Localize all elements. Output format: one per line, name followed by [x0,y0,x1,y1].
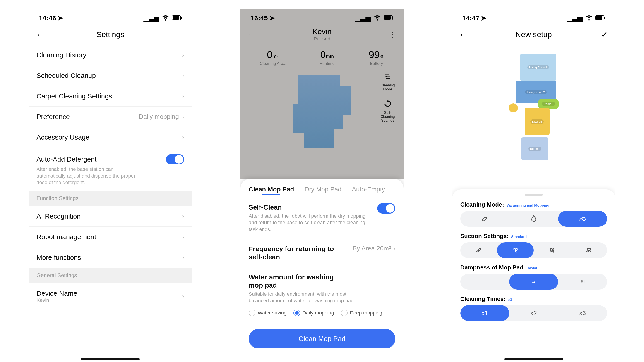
suction-standard[interactable] [497,242,534,258]
radio-icon [294,310,300,316]
row-more-functions[interactable]: More functions › [29,247,192,268]
selfclean-row: Self-Clean After disabled, the robot wil… [249,197,395,239]
location-icon: ➤ [269,14,275,22]
damp-low[interactable]: — [460,274,509,290]
row-cleaning-history[interactable]: Cleaning History › [29,44,192,65]
mode-vacuum-only[interactable] [460,211,509,227]
label: Accessory Usage [36,133,89,141]
tab-clean-mop[interactable]: Clean Mop Pad [249,186,294,193]
suction-quiet[interactable] [460,242,497,258]
wave1-icon: — [482,278,488,286]
selfclean-sheet-screen: 16:45 ➤ ▁▃▅ ← Kevin Paused ⋮ 0m² Cleanin… [240,9,404,362]
vacuum-drop-icon [578,215,587,223]
cleaning-mode-button[interactable]: Cleaning Mode [378,71,397,91]
sheet-handle[interactable] [525,194,543,196]
map-area[interactable]: Cleaning Mode Self-Cleaning Settings [240,68,404,179]
row-carpet-settings[interactable]: Carpet Cleaning Settings › [29,86,192,106]
label: Robot management [36,233,96,241]
room-room3[interactable]: Room3 [521,137,548,160]
svg-rect-5 [393,17,393,19]
fan3-icon [548,246,556,254]
row-accessory-usage[interactable]: Accessory Usage › [29,127,192,147]
water-desc: Suitable for daily environment, with the… [249,291,366,304]
water-title: Water amount for washing mop pad [249,273,346,289]
back-button[interactable]: ← [459,29,468,39]
frequency-row[interactable]: Frequency for returning to self-clean By… [249,239,395,267]
label: AI Recognition [36,212,80,220]
times-x1[interactable]: x1 [460,305,509,321]
label: Auto-Add Detergent [36,155,96,163]
drop-icon [530,215,538,223]
suction-strong[interactable] [534,242,570,258]
row-preference[interactable]: Preference Daily mopping › [29,106,192,127]
confirm-button[interactable]: ✓ [601,29,608,39]
times-block: Cleaning Times: ×1 x1 x2 x3 [460,296,607,321]
location-icon: ➤ [58,14,63,22]
selfclean-title: Self-Clean [249,203,346,211]
chevron-right-icon: › [182,51,184,59]
back-button[interactable]: ← [247,29,256,39]
times-x2[interactable]: x2 [509,305,558,321]
damp-moist[interactable]: ≈ [509,274,558,290]
detergent-toggle[interactable] [166,154,184,164]
chevron-right-icon: › [393,245,395,252]
clean-mop-pad-button[interactable]: Clean Mop Pad [249,329,395,349]
status-time: 14:46 [39,14,56,22]
room-living1[interactable]: Living Room1 [520,54,556,81]
room-kitchen[interactable]: Kitchen [525,108,550,135]
label: Scheduled Cleanup [36,72,96,79]
device-state: Paused [312,36,332,42]
stat-runtime: 0min Runtime [320,49,335,66]
label: Carpet Cleaning Settings [36,92,112,100]
row-robot-management[interactable]: Robot management › [29,227,192,247]
tab-dry-mop[interactable]: Dry Mop Pad [304,186,342,193]
suction-max[interactable] [570,242,607,258]
radio-icon [341,310,348,316]
times-x3[interactable]: x3 [558,305,607,321]
sheet-tabs: Clean Mop Pad Dry Mop Pad Auto-Empty [249,186,395,193]
frequency-value: By Area 20m² [352,245,391,252]
radio-daily-mopping[interactable]: Daily mopping [294,310,334,316]
value: Daily mopping [139,113,179,120]
fan1-icon [474,246,483,254]
tab-auto-empty[interactable]: Auto-Empty [352,186,385,193]
mode-mop-only[interactable] [509,211,558,227]
svg-rect-8 [604,17,605,19]
nav-bar: ← Kevin Paused ⋮ [240,24,404,44]
battery-icon [172,14,182,22]
row-scheduled-cleanup[interactable]: Scheduled Cleanup › [29,65,192,86]
back-button[interactable]: ← [36,29,44,39]
water-amount-row: Water amount for washing mop pad Suitabl… [249,267,395,322]
nav-bar: ← Settings [29,24,192,44]
radio-icon [249,310,256,316]
section-general-settings: General Settings [29,268,192,283]
home-indicator[interactable] [504,358,563,360]
room-room2[interactable]: Room2 [538,99,559,109]
map-area[interactable]: Living Room1 Living Room2 Room2 Kitchen … [452,44,615,189]
chevron-right-icon: › [182,293,184,300]
times-segment: x1 x2 x3 [460,305,607,321]
home-indicator[interactable] [81,358,140,360]
more-button[interactable]: ⋮ [389,30,397,39]
selfclean-toggle[interactable] [377,203,395,214]
chevron-right-icon: › [182,113,184,120]
radio-water-saving[interactable]: Water saving [249,310,287,316]
battery-icon [595,14,605,22]
row-device-name[interactable]: Device Name Kevin › [29,283,192,304]
chevron-right-icon: › [182,213,184,220]
radio-deep-mopping[interactable]: Deep mopping [341,310,382,316]
status-bar: 14:47 ➤ ▁▃▅ [452,9,615,24]
selfclean-settings-button[interactable]: Self-Cleaning Settings [378,98,397,123]
status-bar: 16:45 ➤ ▁▃▅ [240,9,404,24]
row-ai-recognition[interactable]: AI Recognition › [29,206,192,227]
cleaning-mode-segment [460,211,607,227]
damp-high[interactable]: ≋ [558,274,607,290]
device-name-value: Kevin [36,297,77,303]
svg-rect-4 [384,16,390,20]
chevron-right-icon: › [182,254,184,261]
chevron-right-icon: › [182,134,184,141]
status-bar: 14:46 ➤ ▁▃▅ [29,9,192,24]
label: Preference [36,113,70,121]
mode-vacuum-and-mop[interactable] [558,211,607,227]
row-auto-detergent: Auto-Add Detergent [29,147,192,166]
